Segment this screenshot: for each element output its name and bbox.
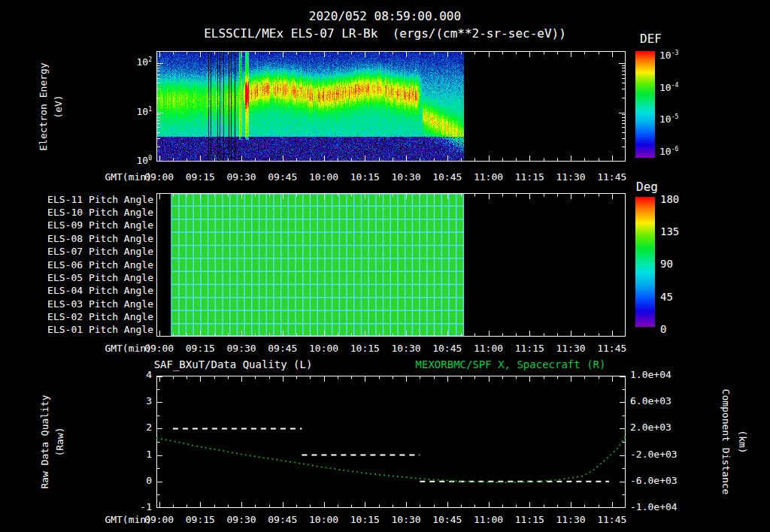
def-colorbar-title: DEF: [640, 32, 662, 46]
quality-ylabel: Raw Data Quality: [39, 394, 50, 488]
time-tick-label: 11:30: [550, 343, 592, 354]
pitch-row-label: ELS-03 Pitch Angle: [18, 298, 153, 310]
deg-colorbar-tick-label: 180: [660, 193, 698, 205]
time-tick-label: 09:15: [179, 343, 221, 354]
time-tick-label: 09:30: [220, 514, 262, 525]
bottom-left-title: SAF_BXuT/Data Quality (L): [153, 358, 313, 370]
pitch-row-label: ELS-09 Pitch Angle: [18, 219, 153, 231]
pitch-row-label: ELS-10 Pitch Angle: [18, 207, 153, 218]
deg-colorbar-tick-label: 45: [660, 291, 698, 303]
pitch-row-label: ELS-06 Pitch Angle: [18, 259, 153, 271]
distance-tick-label: -1.0e+04: [630, 501, 683, 512]
energy-tick-label: 100: [113, 155, 152, 166]
time-tick-label: 11:45: [591, 343, 633, 354]
def-colorbar-tick-label: 10-3: [659, 50, 705, 61]
pitch-row-label: ELS-02 Pitch Angle: [18, 311, 153, 322]
time-tick-label: 09:15: [179, 514, 221, 525]
time-tick-label: 10:00: [303, 343, 345, 354]
time-tick-label: 09:00: [138, 514, 180, 525]
deg-colorbar-title: Deg: [636, 180, 658, 194]
distance-tick-label: -2.0e+03: [630, 449, 683, 460]
energy-tick-label: 101: [113, 106, 152, 117]
quality-position-plot-canvas: [156, 376, 626, 508]
energy-tick-label: 102: [113, 56, 152, 68]
time-tick-label: 09:00: [138, 343, 180, 354]
pitch-row-label: ELS-05 Pitch Angle: [18, 272, 153, 283]
time-tick-label: 11:30: [550, 514, 592, 525]
time-tick-label: 11:30: [550, 171, 592, 183]
bottom-right-title: MEXORBMC/SPF X, Spacecraft (R): [390, 358, 632, 370]
time-tick-label: 10:45: [426, 171, 468, 183]
distance-ylabel-units: (km): [737, 430, 748, 453]
distance-tick-label: 1.0e+04: [630, 369, 683, 380]
time-tick-label: 11:00: [468, 343, 510, 354]
time-tick-label: 10:30: [385, 343, 427, 354]
electron-energy-spectrogram-canvas: [156, 51, 626, 162]
science-plot-screen: 2020/052 08:59:00.000 ELSSCIL/MEx ELS-07…: [0, 0, 770, 532]
time-tick-label: 10:30: [385, 171, 427, 183]
time-tick-label: 10:00: [303, 171, 345, 183]
deg-colorbar: [635, 197, 655, 327]
quality-tick-label: 3: [126, 395, 152, 407]
pitch-angle-grid-canvas: [156, 193, 626, 337]
quality-tick-label: 1: [126, 449, 152, 460]
distance-tick-label: 6.0e+03: [630, 395, 683, 407]
time-tick-label: 10:15: [344, 514, 386, 525]
time-tick-label: 09:45: [262, 343, 304, 354]
time-tick-label: 11:15: [508, 514, 550, 525]
time-tick-label: 10:15: [344, 171, 386, 183]
pitch-row-label: ELS-04 Pitch Angle: [18, 285, 153, 296]
def-colorbar-tick-label: 10-5: [659, 113, 705, 125]
deg-colorbar-tick-label: 135: [660, 225, 698, 237]
pitch-row-label: ELS-11 Pitch Angle: [18, 194, 153, 205]
quality-tick-label: 4: [126, 369, 152, 380]
time-tick-label: 09:45: [262, 171, 304, 183]
pitch-row-label: ELS-01 Pitch Angle: [18, 324, 153, 335]
time-tick-label: 10:15: [344, 343, 386, 354]
time-tick-label: 11:15: [508, 343, 550, 354]
time-tick-label: 10:45: [426, 343, 468, 354]
time-tick-label: 09:30: [220, 171, 262, 183]
def-colorbar-tick-label: 10-4: [659, 82, 705, 93]
quality-ylabel-units: (Raw): [54, 427, 65, 456]
spectrogram-ylabel-units: (eV): [53, 95, 64, 118]
pitch-row-label: ELS-08 Pitch Angle: [18, 233, 153, 244]
time-tick-label: 09:00: [138, 171, 180, 183]
deg-colorbar-tick-label: 0: [660, 323, 698, 335]
time-tick-label: 11:45: [591, 171, 633, 183]
time-tick-label: 11:00: [468, 514, 510, 525]
deg-colorbar-tick-label: 90: [660, 258, 698, 270]
time-tick-label: 10:00: [303, 514, 345, 525]
distance-ylabel: Component Distance: [720, 389, 732, 495]
def-colorbar: [635, 51, 655, 158]
pitch-row-label: ELS-07 Pitch Angle: [18, 246, 153, 257]
time-tick-label: 11:15: [508, 171, 550, 183]
timestamp-title: 2020/052 08:59:00.000: [0, 9, 770, 23]
time-tick-label: 09:30: [220, 343, 262, 354]
quality-tick-label: 2: [126, 422, 152, 433]
def-colorbar-tick-label: 10-6: [659, 146, 705, 157]
time-tick-label: 09:15: [179, 171, 221, 183]
time-tick-label: 09:45: [262, 514, 304, 525]
distance-tick-label: -6.0e+03: [630, 475, 683, 486]
time-tick-label: 11:00: [468, 171, 510, 183]
time-tick-label: 10:45: [426, 514, 468, 525]
quality-tick-label: -1: [126, 501, 152, 512]
distance-tick-label: 2.0e+03: [630, 422, 683, 433]
time-tick-label: 10:30: [385, 514, 427, 525]
quality-tick-label: 0: [126, 475, 152, 486]
time-tick-label: 11:45: [591, 514, 633, 525]
spectrogram-ylabel: Electron Energy: [38, 62, 49, 150]
